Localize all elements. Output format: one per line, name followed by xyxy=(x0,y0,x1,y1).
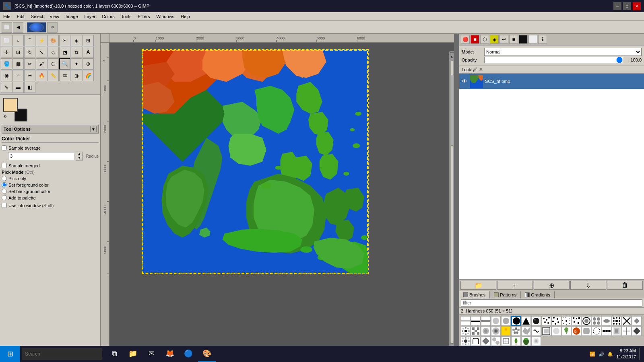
tool-smudge[interactable]: 〰 xyxy=(12,70,24,81)
toolbar-icon-2[interactable]: ◀ xyxy=(13,22,23,33)
tool-move[interactable]: ✛ xyxy=(1,47,12,58)
tool-hue-saturation[interactable]: 🌈 xyxy=(83,70,94,81)
brush-item[interactable] xyxy=(471,316,481,326)
duplicate-layer-button[interactable]: ⊕ xyxy=(534,281,570,290)
tool-levels[interactable]: ▬ xyxy=(12,82,24,93)
mode-select[interactable]: Normal Dissolve Multiply Screen xyxy=(484,48,642,56)
tool-burn[interactable]: 🔥 xyxy=(36,70,47,81)
taskbar-task-view[interactable]: ⧉ xyxy=(105,346,123,362)
tool-ellipse-select[interactable]: ○ xyxy=(12,35,24,46)
menu-colors[interactable]: Colors xyxy=(99,12,118,21)
canvas-container[interactable]: ◀ ▶ ▲ ▼ ⊕ xyxy=(109,43,454,357)
set-foreground-radio[interactable] xyxy=(2,182,7,187)
taskbar-file-explorer[interactable]: 📁 xyxy=(124,346,142,362)
tray-show-desktop[interactable] xyxy=(639,348,641,360)
tool-options-collapse[interactable]: ▼ xyxy=(90,126,97,132)
menu-file[interactable]: File xyxy=(0,12,14,21)
tool-rotate[interactable]: ↻ xyxy=(24,47,35,58)
brush-item[interactable] xyxy=(582,326,591,336)
menu-tools[interactable]: Tools xyxy=(118,12,135,21)
start-button[interactable]: ⊞ xyxy=(0,346,20,362)
paths-icon[interactable]: ⬡ xyxy=(480,35,489,44)
menu-view[interactable]: View xyxy=(46,12,62,21)
tool-fuzzy-select[interactable]: ⚡ xyxy=(36,35,47,46)
brush-item[interactable] xyxy=(602,326,611,336)
maximize-button[interactable]: □ xyxy=(623,2,631,10)
pick-only-label[interactable]: Pick only xyxy=(8,176,26,181)
brush-item[interactable] xyxy=(521,336,531,346)
taskbar-gimp[interactable]: 🎨 xyxy=(198,346,216,362)
tool-color-picker[interactable]: 🔍 xyxy=(59,58,70,70)
taskbar-browser[interactable]: 🦊 xyxy=(161,346,179,362)
brush-item[interactable] xyxy=(481,316,491,326)
set-foreground-label[interactable]: Set foreground color xyxy=(8,183,49,187)
toolbar-icon-1[interactable]: ⬜ xyxy=(2,22,12,33)
layer-visibility-icon[interactable]: 👁 xyxy=(462,78,467,84)
brush-item[interactable] xyxy=(612,316,621,326)
tool-perspective[interactable]: ⬔ xyxy=(59,47,70,58)
menu-image[interactable]: Image xyxy=(62,12,81,21)
tab-patterns[interactable]: Patterns xyxy=(490,291,521,298)
sample-merged-label[interactable]: Sample merged xyxy=(8,163,40,168)
tool-brightness[interactable]: ◑ xyxy=(71,70,82,81)
brush-item[interactable] xyxy=(592,316,601,326)
brush-item[interactable] xyxy=(561,316,571,326)
tool-eraser[interactable]: ⬡ xyxy=(47,58,59,70)
toolbar-globe[interactable] xyxy=(27,22,46,33)
tool-text[interactable]: A xyxy=(83,47,94,58)
scroll-up-button[interactable]: ▲ xyxy=(450,52,454,60)
layer-item[interactable]: 👁 SCS_ht.bmp xyxy=(459,74,644,89)
tool-free-select[interactable]: ⌒ xyxy=(24,35,35,46)
lock-pixels-icon[interactable]: 🖊 xyxy=(473,67,477,72)
brush-item[interactable] xyxy=(491,336,501,346)
close-button[interactable]: ✕ xyxy=(633,2,641,10)
brush-item[interactable] xyxy=(511,336,521,346)
sample-merged-checkbox[interactable] xyxy=(2,163,7,168)
merge-down-button[interactable]: ⇩ xyxy=(570,281,606,290)
brush-item[interactable] xyxy=(531,326,541,336)
tool-color-balance[interactable]: ⚖ xyxy=(59,70,70,81)
color-icon[interactable]: ◈ xyxy=(490,35,499,44)
tool-pencil[interactable]: ✏ xyxy=(24,58,35,70)
brush-item[interactable] xyxy=(632,316,642,326)
use-info-window-label[interactable]: Use info window (Shift) xyxy=(8,203,54,208)
brush-item[interactable] xyxy=(501,316,511,326)
tool-scissors[interactable]: ✂ xyxy=(59,35,70,46)
taskbar-search-input[interactable] xyxy=(22,348,102,360)
menu-edit[interactable]: Edit xyxy=(14,12,28,21)
tab-gradients[interactable]: Gradients xyxy=(521,291,555,298)
toolbar-icon-3[interactable]: ✕ xyxy=(47,22,58,33)
tool-threshold[interactable]: ◧ xyxy=(24,82,35,93)
set-background-radio[interactable] xyxy=(2,189,7,194)
vertical-scrollbar[interactable]: ▲ ▼ xyxy=(449,51,454,352)
brush-item[interactable] xyxy=(541,316,551,326)
brush-item[interactable] xyxy=(481,326,491,336)
tray-network-icon[interactable]: 📶 xyxy=(590,352,595,357)
tool-crop[interactable]: ⊡ xyxy=(12,47,24,58)
menu-help[interactable]: Help xyxy=(178,12,193,21)
add-to-palette-label[interactable]: Add to palette xyxy=(8,195,36,200)
tool-paintbrush[interactable]: 🖌 xyxy=(36,58,47,70)
brush-item[interactable] xyxy=(551,326,561,336)
new-layer-group-button[interactable]: 📁 xyxy=(460,281,496,290)
brush-item[interactable] xyxy=(471,336,481,346)
tray-volume-icon[interactable]: 🔊 xyxy=(599,352,604,357)
brush-item[interactable] xyxy=(582,316,591,326)
tool-shear[interactable]: ◇ xyxy=(47,47,59,58)
brush-item[interactable] xyxy=(491,326,501,336)
menu-layer[interactable]: Layer xyxy=(81,12,99,21)
brush-gimp[interactable]: G xyxy=(572,326,581,336)
brush-item[interactable] xyxy=(521,326,531,336)
brushes-filter-input[interactable] xyxy=(461,299,642,306)
tool-rect-select[interactable]: ⬜ xyxy=(1,35,12,46)
brush-item[interactable] xyxy=(561,326,571,336)
brush-item[interactable] xyxy=(461,336,471,346)
tool-clone[interactable]: ⊕ xyxy=(83,58,94,70)
brush-item-active[interactable] xyxy=(511,316,521,326)
brush-item[interactable] xyxy=(521,316,531,326)
tool-measure[interactable]: 📏 xyxy=(47,70,59,81)
brush-item[interactable] xyxy=(632,326,642,336)
history-icon[interactable]: 🔴 xyxy=(461,35,470,44)
brush-item[interactable] xyxy=(491,316,501,326)
info-icon[interactable]: ℹ xyxy=(538,35,547,44)
